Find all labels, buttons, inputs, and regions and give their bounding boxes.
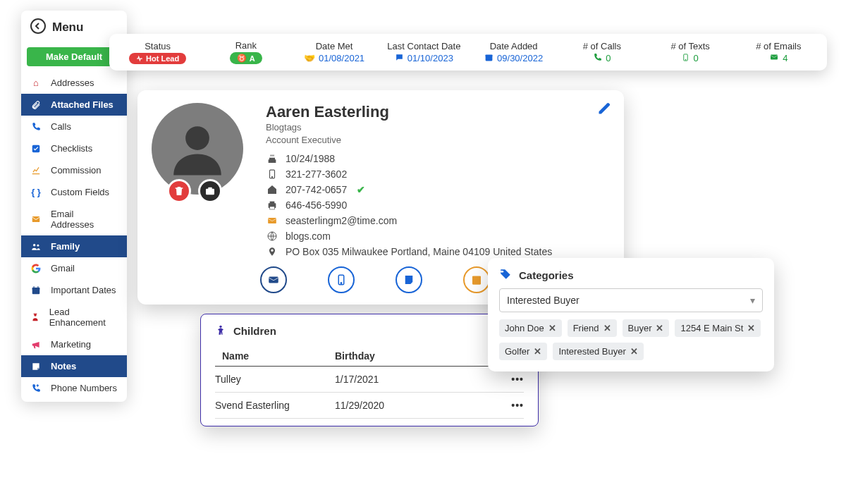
sidebar-item-checklists[interactable]: Checklists <box>21 137 127 159</box>
category-tag[interactable]: Interested Buyer✕ <box>553 343 643 360</box>
child-birthday: 11/29/2020 <box>335 400 498 411</box>
stat-label: Date Met <box>299 41 369 51</box>
sidebar-item-phone-numbers[interactable]: Phone Numbers <box>21 377 127 399</box>
sidebar-item-commission[interactable]: Commission <box>21 159 127 181</box>
sidebar-item-gmail[interactable]: Gmail <box>21 257 127 279</box>
svg-rect-6 <box>32 287 40 289</box>
sidebar-item-label: Calls <box>51 121 71 132</box>
category-tag[interactable]: John Doe✕ <box>499 319 562 337</box>
contact-company: Blogtags <box>266 121 610 134</box>
stat-rank: Rank ♉A <box>211 40 281 64</box>
child-row-menu[interactable]: ••• <box>498 374 524 385</box>
stat-label: # of Calls <box>567 41 637 51</box>
people-icon <box>30 242 42 252</box>
taurus-icon: ♉ <box>237 54 247 63</box>
sidebar-item-label: Notes <box>51 361 76 371</box>
remove-tag-icon[interactable]: ✕ <box>603 323 611 333</box>
child-row-menu[interactable]: ••• <box>498 400 524 411</box>
col-birthday: Birthday <box>335 350 498 362</box>
note-action-button[interactable] <box>396 266 422 293</box>
sidebar-item-label: Custom Fields <box>51 187 109 197</box>
stat-label: Rank <box>211 40 281 51</box>
edit-button[interactable] <box>597 102 611 118</box>
braces-icon: { } <box>30 187 42 197</box>
sidebar-item-email-addresses[interactable]: Email Addresses <box>21 203 127 235</box>
sidebar-item-label: Email Addresses <box>51 209 118 230</box>
contact-title: Account Executive <box>266 134 610 147</box>
svg-point-14 <box>685 59 686 60</box>
sidebar-item-label: Gmail <box>51 263 75 273</box>
category-tag[interactable]: Friend✕ <box>568 319 617 337</box>
stat-date-added: Date Added 09/30/2022 <box>479 41 549 64</box>
calendar-icon <box>484 53 494 64</box>
text-action-button[interactable] <box>328 266 355 293</box>
pin-icon <box>266 246 278 257</box>
calendar-action-button[interactable] <box>463 266 490 293</box>
stat-emails: # of Emails 4 <box>743 41 814 63</box>
sidebar-item-label: Lead Enhancement <box>49 307 118 328</box>
note-icon <box>30 362 42 371</box>
contact-info: Aaren Easterling Blogtags Account Execut… <box>266 103 610 259</box>
sidebar-item-attached-files[interactable]: Attached Files <box>21 94 127 116</box>
home-phone-icon <box>266 184 278 195</box>
upload-photo-button[interactable] <box>198 179 222 203</box>
back-icon[interactable] <box>30 18 47 37</box>
delete-photo-button[interactable] <box>167 179 191 203</box>
remove-tag-icon[interactable]: ✕ <box>630 346 638 357</box>
child-birthday: 1/17/2021 <box>335 374 498 385</box>
remove-tag-icon[interactable]: ✕ <box>548 323 556 333</box>
svg-rect-25 <box>268 218 276 223</box>
sidebar-item-marketing[interactable]: Marketing <box>21 333 127 355</box>
category-select[interactable]: Interested Buyer ▾ <box>499 288 763 312</box>
row-birthday: 10/24/1988 <box>266 151 610 166</box>
category-selected: Interested Buyer <box>507 295 580 306</box>
remove-tag-icon[interactable]: ✕ <box>747 323 755 333</box>
home-icon: ⌂ <box>30 78 42 88</box>
sidebar-item-family[interactable]: Family <box>21 235 127 257</box>
svg-rect-10 <box>34 314 37 314</box>
svg-point-21 <box>271 177 272 178</box>
sidebar-item-calls[interactable]: Calls <box>21 116 127 137</box>
handshake-icon: 🤝 <box>304 53 315 63</box>
stat-label: Status <box>123 41 193 51</box>
envelope-icon <box>30 214 42 224</box>
col-name: Name <box>215 350 335 362</box>
sidebar-item-label: Attached Files <box>51 99 114 110</box>
sidebar-item-important-dates[interactable]: Important Dates <box>21 279 127 301</box>
person-badge-icon <box>30 312 41 322</box>
remove-tag-icon[interactable]: ✕ <box>534 346 541 357</box>
tag-icon <box>499 268 512 283</box>
sidebar-item-label: Important Dates <box>51 285 116 295</box>
svg-point-4 <box>37 244 39 246</box>
category-tag[interactable]: Buyer✕ <box>623 319 670 337</box>
svg-point-33 <box>502 271 503 272</box>
email-action-button[interactable] <box>260 266 287 293</box>
sidebar-item-lead-enhancement[interactable]: Lead Enhancement <box>21 301 127 333</box>
stat-last-contact: Last Contact Date 01/10/2023 <box>387 41 460 64</box>
sidebar-item-label: Family <box>51 241 80 252</box>
category-tag[interactable]: 1254 E Main St✕ <box>675 319 761 337</box>
phone-icon <box>30 122 42 132</box>
stat-label: # of Emails <box>743 41 814 51</box>
chevron-down-icon: ▾ <box>750 295 755 306</box>
svg-point-0 <box>31 19 45 33</box>
stat-value: 01/10/2023 <box>407 53 453 63</box>
svg-rect-2 <box>32 216 40 222</box>
child-name: Svend Easterling <box>215 400 335 411</box>
category-tag[interactable]: Golfer✕ <box>499 343 547 360</box>
svg-rect-27 <box>269 277 278 283</box>
sidebar-item-addresses[interactable]: ⌂ Addresses <box>21 72 127 94</box>
chat-icon <box>395 53 404 64</box>
remove-tag-icon[interactable]: ✕ <box>656 323 663 333</box>
svg-rect-8 <box>37 286 38 288</box>
status-pill[interactable]: Hot Lead <box>129 53 186 64</box>
phone-icon <box>593 53 602 64</box>
google-icon <box>30 264 42 273</box>
svg-rect-12 <box>486 54 493 56</box>
chart-icon <box>30 166 42 176</box>
stat-value: 0 <box>606 53 611 63</box>
sidebar-item-notes[interactable]: Notes <box>21 355 127 377</box>
rank-pill[interactable]: ♉A <box>230 52 262 64</box>
make-default-button[interactable]: Make Default <box>27 47 121 66</box>
sidebar-item-custom-fields[interactable]: { } Custom Fields <box>21 181 127 203</box>
